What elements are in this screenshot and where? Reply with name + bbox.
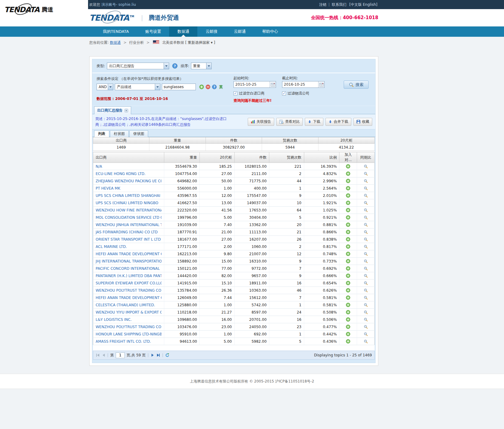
yoy-compare-search-icon[interactable] xyxy=(364,274,368,278)
add-to-compare-icon[interactable] xyxy=(346,303,350,307)
sort-select[interactable]: 重量 xyxy=(191,63,212,69)
favorite-button[interactable]: 收藏 xyxy=(353,118,372,126)
add-to-compare-icon[interactable] xyxy=(346,295,350,300)
add-to-compare-icon[interactable] xyxy=(346,252,350,256)
related-report-button[interactable]: 关联报告 xyxy=(248,118,274,126)
exporter-link[interactable]: HEFEI ANAN TRADE DEVELOPMENT CO... xyxy=(96,252,162,256)
exporter-link[interactable]: ORIENT STAR TRANSPORT INT L LTD RM xyxy=(96,237,162,242)
page-number-input[interactable] xyxy=(116,352,125,358)
yoy-compare-search-icon[interactable] xyxy=(364,201,368,205)
yoy-compare-search-icon[interactable] xyxy=(364,310,368,314)
yoy-compare-search-icon[interactable] xyxy=(364,288,368,293)
add-to-compare-icon[interactable] xyxy=(346,332,350,336)
exporter-link[interactable]: WENZHOU HOW FINE INTERNATIONAL... xyxy=(96,208,162,212)
exporter-link[interactable]: PANTAINER (H.K.) LIMITED DBA PANTAI xyxy=(96,274,162,278)
calendar-icon[interactable] xyxy=(318,81,324,88)
add-to-compare-icon[interactable] xyxy=(346,193,350,198)
nav-cloud-mail-search[interactable]: 云邮搜 xyxy=(197,26,226,37)
exporter-link[interactable]: ACL MARINE LTD. xyxy=(96,245,162,249)
add-to-compare-icon[interactable] xyxy=(346,324,350,329)
language-tag[interactable]: 英 xyxy=(219,84,223,90)
calendar-icon[interactable] xyxy=(270,81,276,88)
add-to-compare-icon[interactable] xyxy=(346,179,350,183)
exporter-link[interactable]: WENZHOU POLYTRUST TRADING CO xyxy=(96,325,162,329)
condition-help-icon[interactable]: ? xyxy=(212,84,217,89)
add-to-compare-icon[interactable] xyxy=(346,244,350,249)
add-to-compare-icon[interactable] xyxy=(346,201,350,205)
yoy-compare-search-icon[interactable] xyxy=(364,252,368,256)
last-page-icon[interactable] xyxy=(156,353,160,357)
add-to-compare-icon[interactable] xyxy=(346,288,350,293)
contact-link[interactable]: 联系我们 xyxy=(332,2,346,7)
yoy-compare-search-icon[interactable] xyxy=(364,208,368,212)
language-switch-link[interactable]: [中文版 English] xyxy=(349,2,377,7)
download-button[interactable]: 下载 xyxy=(305,118,323,126)
yoy-compare-search-icon[interactable] xyxy=(364,317,368,322)
exporter-link[interactable]: CELESTICA (THAILAND) LIMITED. xyxy=(96,303,162,307)
keyword-input[interactable] xyxy=(162,84,196,90)
nav-data-tong[interactable]: 数据通 xyxy=(169,26,197,37)
yoy-compare-search-icon[interactable] xyxy=(364,223,368,227)
add-to-compare-icon[interactable] xyxy=(346,259,350,263)
filter-logistics-checkbox[interactable] xyxy=(282,91,286,95)
exporter-link[interactable]: ECU-LINE HONG KONG LTD. xyxy=(96,172,162,176)
yoy-compare-search-icon[interactable] xyxy=(364,296,368,300)
exporter-link[interactable]: UPS SCS (CHINA) LIMITED NINGBO xyxy=(96,201,162,205)
yoy-compare-search-icon[interactable] xyxy=(364,164,368,169)
yoy-compare-search-icon[interactable] xyxy=(364,215,368,220)
end-date-input[interactable]: 2016-10-25 xyxy=(282,81,325,88)
exporter-link[interactable]: HEFEI ANAN TRADE DEVELOPMENT CO... xyxy=(96,296,162,300)
nav-cloud-mail-tong[interactable]: 云邮通 xyxy=(226,26,254,37)
tab-exporter-summary-report[interactable]: 出口商汇总报告 xyxy=(94,106,131,114)
exporter-link[interactable]: PT HEVEA MK xyxy=(96,186,162,190)
breadcrumb-datatong-link[interactable]: 数据通 xyxy=(110,40,121,45)
add-to-compare-icon[interactable] xyxy=(346,281,350,285)
refresh-icon[interactable] xyxy=(165,353,169,357)
yoy-compare-search-icon[interactable] xyxy=(364,325,368,329)
boolean-operator-select[interactable]: AND xyxy=(97,84,113,90)
nav-help-center[interactable]: 帮助中心 xyxy=(254,26,286,37)
type-help-icon[interactable]: ? xyxy=(172,63,178,69)
add-to-compare-icon[interactable] xyxy=(346,310,350,314)
tab-bar-chart-view[interactable]: 柱状图 xyxy=(110,130,129,137)
exporter-link[interactable]: L&Y LOGISTICS INC. xyxy=(96,317,162,322)
exporter-link[interactable]: PACIFIC CONCORD INTERNATIONAL xyxy=(96,266,162,271)
add-condition-icon[interactable] xyxy=(199,84,204,89)
add-to-compare-icon[interactable] xyxy=(346,317,350,322)
yoy-compare-search-icon[interactable] xyxy=(364,230,368,234)
tab-pie-chart-view[interactable]: 饼状图 xyxy=(129,130,148,137)
yoy-compare-search-icon[interactable] xyxy=(364,245,368,249)
merge-download-button[interactable]: 合并下载 xyxy=(325,118,351,126)
add-to-compare-icon[interactable] xyxy=(346,171,350,176)
logout-link[interactable]: 注销 xyxy=(319,2,326,7)
add-to-compare-icon[interactable] xyxy=(346,186,350,190)
exporter-link[interactable]: MOL CONSOLIDATION SERVICE LTD O/B xyxy=(96,215,162,220)
site-logo[interactable]: TENDATA 腾道 xyxy=(0,0,88,19)
remove-condition-icon[interactable] xyxy=(206,84,210,89)
exporter-link[interactable]: AMASS FREIGHT INTL CO. LTD. xyxy=(96,339,162,344)
view-compare-button[interactable]: 查看对比 xyxy=(276,118,303,126)
yoy-compare-search-icon[interactable] xyxy=(364,237,368,242)
yoy-compare-search-icon[interactable] xyxy=(364,332,368,336)
first-page-icon[interactable] xyxy=(96,353,100,357)
add-to-compare-icon[interactable] xyxy=(346,339,350,344)
exporter-link[interactable]: WENZHOU POLYTRUST TRADING CO., ... xyxy=(96,288,162,293)
exporter-link[interactable]: HONOUR LANE SHIPPING LTD-NINGBO xyxy=(96,332,162,336)
start-date-input[interactable]: 2015-10-25 xyxy=(233,81,276,88)
prev-page-icon[interactable] xyxy=(102,353,105,357)
field-select[interactable]: 产品描述 xyxy=(115,84,160,90)
yoy-compare-search-icon[interactable] xyxy=(364,339,368,344)
add-to-compare-icon[interactable] xyxy=(346,266,350,271)
reselect-country-dropdown[interactable]: [ 重新选择国家 ▾ ] xyxy=(185,40,215,45)
yoy-compare-search-icon[interactable] xyxy=(364,179,368,183)
search-button[interactable]: 搜索 xyxy=(344,81,369,89)
add-to-compare-icon[interactable] xyxy=(346,215,350,220)
add-to-compare-icon[interactable] xyxy=(346,237,350,242)
tab-list-view[interactable]: 列表 xyxy=(94,130,109,137)
yoy-compare-search-icon[interactable] xyxy=(364,186,368,190)
close-icon[interactable] xyxy=(124,109,128,112)
add-to-compare-icon[interactable] xyxy=(346,222,350,227)
next-page-icon[interactable] xyxy=(151,353,154,357)
exporter-link[interactable]: UPS SCS CHINA LIMITED SHANGHAI xyxy=(96,194,162,198)
exporter-link[interactable]: N/A xyxy=(96,164,162,169)
